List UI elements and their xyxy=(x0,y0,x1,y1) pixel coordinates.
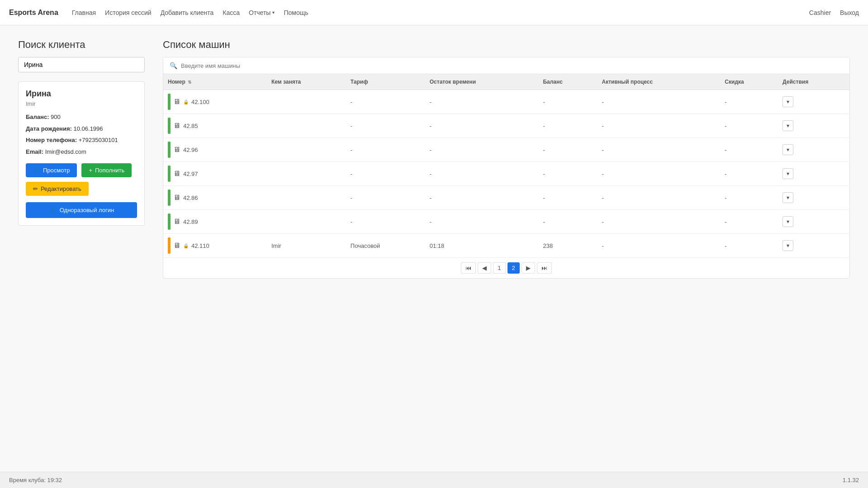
footer-version: 1.1.32 xyxy=(843,477,859,483)
client-dob: Дата рождения: 10.06.1996 xyxy=(26,124,137,133)
machine-search-input[interactable] xyxy=(181,62,843,69)
discount-cell: - xyxy=(720,114,778,138)
onetime-login-button[interactable]: 👤 Одноразовый логин xyxy=(26,202,137,218)
active-process-cell: - xyxy=(598,234,721,258)
nav-sessions[interactable]: История сессий xyxy=(105,9,152,16)
table-row: 🖥 42.86 - - - - - ▾ xyxy=(163,186,849,210)
time-left-cell: - xyxy=(425,210,539,234)
actions-cell: ▾ xyxy=(778,138,849,162)
client-phone: Номер телефона: +79235030101 xyxy=(26,136,137,145)
table-body: 🖥 🔒 42.100 - - - - - ▾ 🖥 42.85 xyxy=(163,90,849,258)
expand-button[interactable]: ▾ xyxy=(783,216,793,227)
expand-button[interactable]: ▾ xyxy=(783,192,793,203)
time-left-cell: - xyxy=(425,114,539,138)
pagination: ⏮ ◀ 1 2 ▶ ⏭ xyxy=(163,257,849,278)
tariff-cell: - xyxy=(346,114,425,138)
nav-add-client[interactable]: Добавить клиента xyxy=(161,9,214,16)
brand: Esports Arena xyxy=(9,9,58,17)
status-indicator xyxy=(168,237,171,254)
search-title: Поиск клиента xyxy=(18,39,145,51)
machine-cell: 🖥 42.85 xyxy=(163,114,267,138)
status-indicator xyxy=(168,190,171,206)
machine-name: 42.97 xyxy=(183,171,198,177)
discount-cell: - xyxy=(720,210,778,234)
discount-cell: - xyxy=(720,138,778,162)
tariff-cell: Почасовой xyxy=(346,234,425,258)
tariff-cell: - xyxy=(346,186,425,210)
discount-cell: - xyxy=(720,234,778,258)
tariff-cell: - xyxy=(346,138,425,162)
table-row: 🖥 42.96 - - - - - ▾ xyxy=(163,138,849,162)
expand-button[interactable]: ▾ xyxy=(783,240,793,251)
expand-button[interactable]: ▾ xyxy=(783,168,793,179)
page-1-button[interactable]: 1 xyxy=(493,262,505,274)
active-process-cell: - xyxy=(598,186,721,210)
cashier-label: Cashier xyxy=(809,9,831,16)
active-process-cell: - xyxy=(598,114,721,138)
occupied-by-cell xyxy=(267,138,346,162)
user-icon: 👤 xyxy=(49,207,56,213)
table-row: 🖥 42.85 - - - - - ▾ xyxy=(163,114,849,138)
balance-cell: 238 xyxy=(538,234,597,258)
machine-name: 42.96 xyxy=(183,147,198,153)
tariff-cell: - xyxy=(346,162,425,186)
tariff-cell: - xyxy=(346,90,425,114)
status-indicator xyxy=(168,118,171,134)
navbar-right: Cashier Выход xyxy=(809,9,859,16)
status-indicator xyxy=(168,213,171,230)
topup-button[interactable]: + Пополнить xyxy=(81,163,132,177)
actions-cell: ▾ xyxy=(778,234,849,258)
machine-cell: 🖥 🔒 42.100 xyxy=(163,90,267,114)
nav-help[interactable]: Помощь xyxy=(284,9,308,16)
client-card: Ирина Imir Баланс: 900 Дата рождения: 10… xyxy=(18,81,145,226)
page-prev-button[interactable]: ◀ xyxy=(478,262,491,274)
edit-button[interactable]: ✏ Редактировать xyxy=(26,182,89,196)
navbar: Esports Arena Главная История сессий Доб… xyxy=(0,0,868,25)
nav-home[interactable]: Главная xyxy=(72,9,96,16)
monitor-icon: 🖥 xyxy=(173,170,180,178)
col-discount: Скидка xyxy=(720,74,778,90)
client-search-input[interactable] xyxy=(18,57,145,72)
page-first-button[interactable]: ⏮ xyxy=(461,262,476,274)
time-left-cell: - xyxy=(425,90,539,114)
client-login: Imir xyxy=(26,100,137,107)
left-panel: Поиск клиента Ирина Imir Баланс: 900 Дат… xyxy=(18,39,145,279)
col-active-process: Активный процесс xyxy=(598,74,721,90)
lock-icon: 🔒 xyxy=(183,243,189,248)
machines-table-container: 🔍 Номер ⇅ Кем занята Тариф Остаток време… xyxy=(163,57,850,279)
tariff-cell: - xyxy=(346,210,425,234)
machine-name: 42.89 xyxy=(183,218,198,225)
expand-button[interactable]: ▾ xyxy=(783,96,793,107)
nav-links: Главная История сессий Добавить клиента … xyxy=(72,9,809,16)
expand-button[interactable]: ▾ xyxy=(783,144,793,155)
occupied-by-cell: Imir xyxy=(267,234,346,258)
balance-cell: - xyxy=(538,114,597,138)
occupied-by-cell xyxy=(267,114,346,138)
time-left-cell: - xyxy=(425,162,539,186)
col-num: Номер ⇅ xyxy=(163,74,267,90)
col-balance: Баланс xyxy=(538,74,597,90)
view-button[interactable]: 👤 Просмотр xyxy=(26,163,77,177)
nav-reports[interactable]: Отчеты ▾ xyxy=(249,9,275,16)
page-2-button[interactable]: 2 xyxy=(508,262,520,274)
time-left-cell: - xyxy=(425,138,539,162)
logout-link[interactable]: Выход xyxy=(840,9,859,16)
monitor-icon: 🖥 xyxy=(173,122,180,130)
main-content: Поиск клиента Ирина Imir Баланс: 900 Дат… xyxy=(0,25,868,292)
sort-icon[interactable]: ⇅ xyxy=(188,80,191,85)
page-last-button[interactable]: ⏭ xyxy=(537,262,552,274)
active-process-cell: - xyxy=(598,90,721,114)
table-row: 🖥 42.97 - - - - - ▾ xyxy=(163,162,849,186)
balance-cell: - xyxy=(538,138,597,162)
table-row: 🖥 🔒 42.110 Imir Почасовой 01:18 238 - - … xyxy=(163,234,849,258)
nav-cashier[interactable]: Касса xyxy=(223,9,240,16)
col-occupied: Кем занята xyxy=(267,74,346,90)
machine-name: 42.86 xyxy=(183,194,198,201)
table-header: Номер ⇅ Кем занята Тариф Остаток времени… xyxy=(163,74,849,90)
occupied-by-cell xyxy=(267,90,346,114)
expand-button[interactable]: ▾ xyxy=(783,120,793,131)
footer-time: Время клуба: 19:32 xyxy=(9,477,62,483)
pencil-icon: ✏ xyxy=(33,185,38,192)
page-next-button[interactable]: ▶ xyxy=(522,262,535,274)
active-process-cell: - xyxy=(598,138,721,162)
